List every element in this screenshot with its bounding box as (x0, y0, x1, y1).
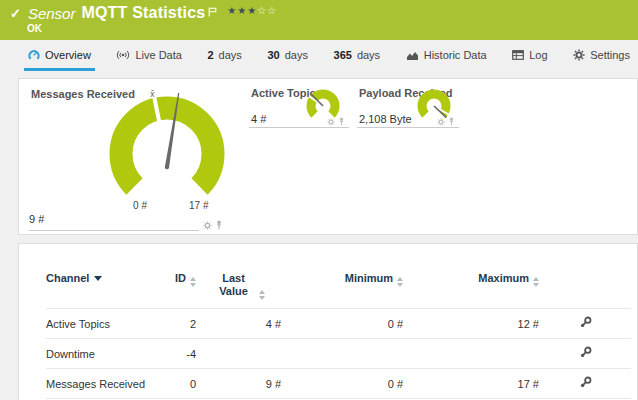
gear-icon[interactable] (203, 221, 212, 230)
sort-icon (190, 277, 196, 287)
gauge-toolbar (437, 117, 455, 126)
table-header-row: Channel ID Last Value Minimum Maximum (46, 270, 631, 309)
tab-label: Overview (45, 49, 91, 61)
payload-received-gauge-value: 2,108 Byte (359, 113, 412, 125)
average-marker-label: x̄ (150, 90, 155, 99)
column-label: Last Value (213, 272, 255, 298)
tab-settings[interactable]: Settings (569, 44, 634, 71)
tab-label: Live Data (135, 49, 181, 61)
table-icon (512, 50, 524, 60)
wrench-icon[interactable] (579, 316, 592, 331)
pin-icon[interactable] (215, 220, 223, 230)
tab-log[interactable]: Log (508, 44, 551, 71)
tab-label-unit: days (357, 49, 380, 61)
table-row[interactable]: Active Topics 2 4 # 0 # 12 # (46, 309, 631, 339)
cell-last-value (196, 339, 281, 369)
tab-label: Log (529, 49, 547, 61)
column-header-channel[interactable]: Channel (46, 270, 151, 309)
sensor-status-header: ✓ Sensor MQTT Statistics ★★★☆☆ OK (0, 0, 638, 40)
column-label: Minimum (345, 272, 393, 284)
cell-minimum (281, 339, 403, 369)
table-row[interactable]: Messages Received 0 9 # 0 # 17 # (46, 369, 631, 399)
caret-down-icon (94, 276, 102, 281)
divider (29, 230, 199, 231)
wrench-icon[interactable] (579, 376, 592, 391)
cell-id: 2 (151, 309, 196, 339)
sensor-type-label: Sensor (28, 5, 76, 22)
stars-empty: ☆☆ (257, 5, 277, 16)
gear-icon (573, 49, 585, 61)
main-gauge-value: 9 # (29, 213, 44, 225)
stars-filled: ★★★ (227, 5, 257, 16)
broadcast-icon (116, 50, 130, 60)
tab-label-unit: days (219, 49, 242, 61)
active-topics-gauge-value: 4 # (251, 113, 266, 125)
flag-icon[interactable] (208, 3, 217, 21)
sort-icon (533, 277, 539, 287)
tab-label-unit: days (285, 49, 308, 61)
cell-channel: Active Topics (46, 309, 151, 339)
main-gauge-max: 17 # (189, 200, 208, 211)
column-header-last-value[interactable]: Last Value (196, 270, 281, 309)
status-badge: OK (27, 23, 42, 34)
pin-icon[interactable] (448, 117, 455, 126)
column-label: ID (175, 272, 186, 284)
tab-label-number: 365 (334, 49, 352, 61)
tab-label: Settings (590, 49, 630, 61)
gear-icon[interactable] (437, 118, 445, 126)
column-header-minimum[interactable]: Minimum (281, 270, 403, 309)
column-label: Channel (46, 272, 89, 284)
column-label: Maximum (478, 272, 529, 284)
prtg-sensor-page: ✓ Sensor MQTT Statistics ★★★☆☆ OK Overvi… (0, 0, 638, 400)
cell-maximum: 12 # (403, 309, 539, 339)
tab-bar: Overview Live Data 2 days 30 days 365 da… (0, 44, 638, 71)
gear-icon[interactable] (327, 118, 335, 126)
tab-365-days[interactable]: 365 days (330, 44, 385, 71)
tab-live-data[interactable]: Live Data (112, 44, 185, 71)
tab-label-number: 30 (267, 49, 279, 61)
cell-channel: Downtime (46, 339, 151, 369)
tab-30-days[interactable]: 30 days (263, 44, 312, 71)
gauge-toolbar (203, 220, 223, 230)
gauge-icon (28, 49, 40, 61)
main-gauge-min: 0 # (115, 200, 147, 211)
cell-minimum: 0 # (281, 309, 403, 339)
tab-label-number: 2 (207, 49, 213, 61)
cell-minimum: 0 # (281, 369, 403, 399)
cell-id: -4 (151, 339, 196, 369)
cell-maximum: 17 # (403, 369, 539, 399)
divider (357, 127, 459, 128)
page-title: MQTT Statistics (81, 4, 205, 22)
channel-table: Channel ID Last Value Minimum Maximum (46, 270, 631, 400)
tab-2-days[interactable]: 2 days (203, 44, 245, 71)
column-header-maximum[interactable]: Maximum (403, 270, 539, 309)
tab-label: Historic Data (424, 49, 487, 61)
wrench-icon[interactable] (579, 346, 592, 361)
tab-historic-data[interactable]: Historic Data (402, 44, 491, 71)
divider (249, 127, 349, 128)
cell-maximum (403, 339, 539, 369)
cell-channel: Messages Received (46, 369, 151, 399)
cell-last-value: 9 # (196, 369, 281, 399)
check-icon: ✓ (10, 6, 21, 21)
pin-icon[interactable] (338, 117, 345, 126)
overview-gauges-panel: Messages Received x̄ 0 # 17 # 9 # Active… (18, 78, 638, 235)
column-header-id[interactable]: ID (151, 270, 196, 309)
star-rating[interactable]: ★★★☆☆ (227, 5, 277, 16)
table-row[interactable]: Downtime -4 (46, 339, 631, 369)
tab-overview[interactable]: Overview (24, 44, 95, 71)
sort-icon (397, 277, 403, 287)
channel-table-panel: Channel ID Last Value Minimum Maximum (18, 243, 638, 400)
cell-id: 0 (151, 369, 196, 399)
main-gauge: x̄ (106, 89, 228, 201)
cell-last-value: 4 # (196, 309, 281, 339)
sort-icon (259, 290, 265, 300)
area-chart-icon (406, 50, 419, 61)
gauge-toolbar (327, 117, 345, 126)
